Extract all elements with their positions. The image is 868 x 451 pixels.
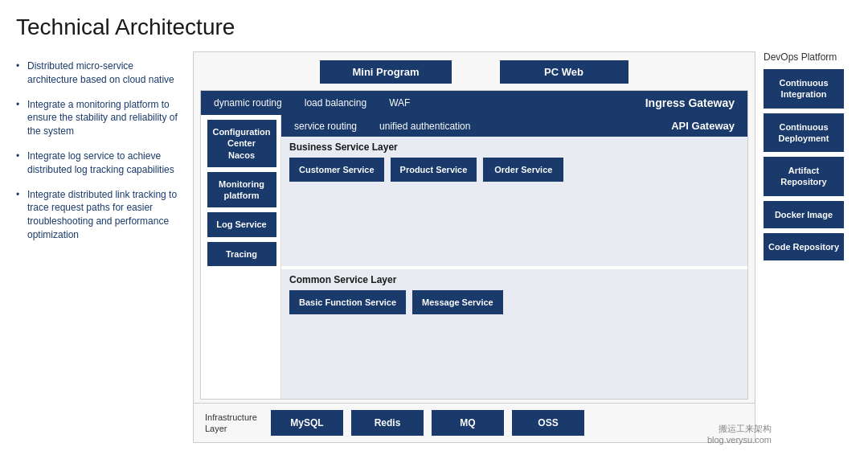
watermark-line1: 搬运工来架构 bbox=[719, 423, 772, 435]
right-content: service routing unified authentication A… bbox=[281, 115, 747, 399]
infra-label: Infrastructure Layer bbox=[205, 412, 263, 435]
watermark-line2: blog.verysu.com bbox=[707, 435, 772, 445]
biz-service-btn[interactable]: Product Service bbox=[391, 158, 477, 182]
api-gateway-label: API Gateway bbox=[671, 120, 735, 132]
devops-btn[interactable]: Docker Image bbox=[764, 201, 844, 228]
biz-layer-label: Business Service Layer bbox=[289, 141, 739, 153]
client-row: Mini Program PC Web bbox=[194, 52, 755, 90]
devops-btn[interactable]: Code Repository bbox=[764, 233, 844, 260]
devops-title: DevOps Platform bbox=[764, 51, 837, 63]
mid-section: Configuration Center NacosMonitoring pla… bbox=[201, 115, 747, 399]
monitoring-btn[interactable]: Monitoring platform bbox=[207, 172, 276, 208]
architecture-diagram: Mini Program PC Web dynamic routing load… bbox=[193, 51, 755, 443]
common-service-btn[interactable]: Message Service bbox=[412, 290, 503, 314]
ingress-gateway-label: Ingress Gateway bbox=[645, 96, 735, 109]
bullet-item: Integrate a monitoring platform to ensur… bbox=[16, 98, 185, 138]
infra-btn[interactable]: OSS bbox=[512, 410, 584, 436]
biz-service-row: Customer ServiceProduct ServiceOrder Ser… bbox=[289, 158, 739, 182]
common-layer-label: Common Service Layer bbox=[289, 274, 739, 285]
inner-architecture-box: dynamic routing load balancing WAF Ingre… bbox=[200, 90, 748, 400]
biz-service-btn[interactable]: Customer Service bbox=[289, 158, 384, 182]
log-service-btn[interactable]: Log Service bbox=[207, 212, 276, 236]
api-gateway-row: service routing unified authentication A… bbox=[281, 115, 747, 137]
infra-btn[interactable]: MySQL bbox=[271, 410, 343, 436]
devops-btn[interactable]: Continuous Integration bbox=[764, 69, 844, 109]
api-auth: unified authentication bbox=[379, 121, 470, 132]
infrastructure-section: Infrastructure Layer MySQLRedisMQOSS bbox=[194, 403, 755, 442]
common-service-layer: Common Service Layer Basic Function Serv… bbox=[281, 269, 747, 399]
infra-btn[interactable]: MQ bbox=[432, 410, 504, 436]
ingress-waf: WAF bbox=[389, 97, 410, 109]
infra-buttons: MySQLRedisMQOSS bbox=[271, 410, 584, 436]
ingress-gateway-row: dynamic routing load balancing WAF Ingre… bbox=[201, 91, 747, 115]
biz-service-btn[interactable]: Order Service bbox=[483, 158, 563, 182]
common-service-row: Basic Function ServiceMessage Service bbox=[289, 290, 739, 314]
business-service-layer: Business Service Layer Customer ServiceP… bbox=[281, 137, 747, 266]
bullet-item: Distributed micro-service architecture b… bbox=[16, 59, 185, 87]
pc-web-button[interactable]: PC Web bbox=[500, 60, 628, 84]
devops-panel: DevOps Platform Continuous IntegrationCo… bbox=[764, 51, 852, 443]
ingress-balancing: load balancing bbox=[305, 97, 366, 109]
bullet-item: Integrate distributed link tracking to t… bbox=[16, 188, 185, 242]
tracing-btn[interactable]: Tracing bbox=[207, 242, 276, 266]
bullet-list: Distributed micro-service architecture b… bbox=[16, 59, 185, 242]
common-service-btn[interactable]: Basic Function Service bbox=[289, 290, 406, 314]
left-sidebar: Configuration Center NacosMonitoring pla… bbox=[201, 115, 281, 399]
page-title: Technical Architecture bbox=[16, 14, 852, 40]
watermark: 搬运工来架构 blog.verysu.com bbox=[707, 423, 772, 445]
devops-btn[interactable]: Continuous Deployment bbox=[764, 113, 844, 153]
bullet-item: Integrate log service to achieve distrib… bbox=[16, 150, 185, 177]
ingress-routing: dynamic routing bbox=[214, 97, 282, 109]
infra-btn[interactable]: Redis bbox=[351, 410, 424, 436]
config-center-btn[interactable]: Configuration Center Nacos bbox=[207, 120, 276, 167]
mini-program-button[interactable]: Mini Program bbox=[320, 60, 451, 84]
devops-btn[interactable]: Artifact Repository bbox=[764, 157, 844, 196]
api-routing: service routing bbox=[294, 121, 357, 132]
left-panel: Distributed micro-service architecture b… bbox=[16, 51, 185, 443]
